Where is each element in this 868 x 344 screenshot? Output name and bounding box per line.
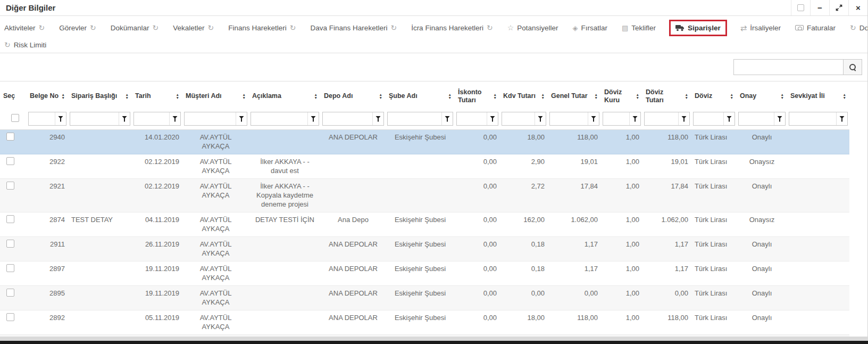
row-checkbox[interactable] xyxy=(6,157,14,165)
column-header-kdv-tutari[interactable]: Kdv Tutarı▲▼ xyxy=(500,81,548,111)
filter-input-depo-adi[interactable] xyxy=(323,112,372,125)
filter-input-genel-tutar[interactable] xyxy=(550,112,588,125)
cell-kdv-tutari: 2,72 xyxy=(500,179,548,212)
column-header-doviz-tutari[interactable]: Döviz Tutarı▲▼ xyxy=(642,81,691,111)
cell-aciklama xyxy=(249,261,321,286)
table-row[interactable]: 289719.11.2019AV.AYTÜL AYKAÇAANA DEPOLAR… xyxy=(0,261,849,286)
tab-gorevler[interactable]: Görevler↻ xyxy=(59,22,96,34)
tab-firsatlar[interactable]: ◈Fırsatlar xyxy=(573,22,608,34)
maximize-button[interactable] xyxy=(829,0,848,15)
search-bar xyxy=(0,53,867,81)
row-checkbox[interactable] xyxy=(6,182,14,190)
filter-menu-button[interactable] xyxy=(836,112,847,125)
tab-irsaliyeler[interactable]: ⇄İrsaliyeler xyxy=(740,22,781,34)
column-header-sevkiyat-ili[interactable]: Sevkiyat İli▲▼ xyxy=(787,81,849,111)
row-checkbox[interactable] xyxy=(6,240,14,248)
filter-menu-button[interactable] xyxy=(678,112,689,125)
tab-aktiviteler[interactable]: Aktiviteler↻ xyxy=(4,22,45,34)
tab-siparisler[interactable]: Siparişler xyxy=(669,20,727,36)
cell-musteri-adi: AV.AYTÜL AYKAÇA xyxy=(182,179,249,212)
filter-input-sevkiyat-ili[interactable] xyxy=(789,112,836,125)
table-row[interactable]: 292102.12.2019AV.AYTÜL AYKAÇAİlker AKKAY… xyxy=(0,179,849,212)
filter-input-doviz-kuru[interactable] xyxy=(603,112,629,125)
tab-potansiyeller[interactable]: ☆Potansiyeller xyxy=(507,22,558,34)
table-row[interactable]: 289519.11.2019AV.AYTÜL AYKAÇAANA DEPOLAR… xyxy=(0,286,849,310)
cell-doviz-kuru: 1,00 xyxy=(601,179,642,212)
funnel-icon xyxy=(58,116,63,122)
search-input[interactable] xyxy=(733,59,843,75)
tab-dava-finans-hareketleri[interactable]: Dava Finans Hareketleri↻ xyxy=(311,22,397,34)
close-button[interactable]: × xyxy=(848,0,867,15)
cell-doviz: Türk Lirası xyxy=(691,179,737,212)
column-header-depo-adi[interactable]: Depo Adı▲▼ xyxy=(321,81,386,111)
column-header-aciklama[interactable]: Açıklama▲▼ xyxy=(249,81,321,111)
filter-menu-button[interactable] xyxy=(629,112,640,125)
tab-finans-hareketleri[interactable]: Finans Hareketleri↻ xyxy=(228,22,296,34)
filter-menu-button[interactable] xyxy=(236,112,247,125)
row-checkbox[interactable] xyxy=(6,289,14,297)
filter-menu-button[interactable] xyxy=(774,112,785,125)
column-header-siparis-basligi[interactable]: Sipariş Başlığı▲▼ xyxy=(68,81,132,111)
column-header-doviz[interactable]: Döviz▲▼ xyxy=(691,81,737,111)
sort-down-arrow: ▼ xyxy=(448,96,452,100)
table-row[interactable]: 294014.01.2020AV.AYTÜL AYKAÇAANA DEPOLAR… xyxy=(0,130,849,154)
column-header-genel-tutar[interactable]: Genel Tutar▲▼ xyxy=(548,81,601,111)
tab-faturalar[interactable]: Faturalar xyxy=(795,22,836,34)
filter-input-musteri-adi[interactable] xyxy=(185,112,236,125)
diamond-icon: ◈ xyxy=(573,24,578,31)
column-header-belge-no[interactable]: Belge No▲▼ xyxy=(27,81,68,111)
filter-input-doviz[interactable] xyxy=(694,112,723,125)
filter-input-doviz-tutari[interactable] xyxy=(645,112,678,125)
table-row[interactable]: 289205.11.2019AV.AYTÜL AYKAÇAANA DEPOLAR… xyxy=(0,310,849,335)
tab-icra-finans-hareketleri[interactable]: İcra Finans Hareketleri↻ xyxy=(411,22,493,34)
tab-risk-limiti[interactable]: ↻Risk Limiti xyxy=(4,39,46,51)
column-header-onay[interactable]: Onay▲▼ xyxy=(737,81,787,111)
filter-menu-button[interactable] xyxy=(535,112,546,125)
filter-menu-button[interactable] xyxy=(372,112,383,125)
tab-teklifler[interactable]: ▤Teklifler xyxy=(622,22,656,34)
filter-input-aciklama[interactable] xyxy=(251,112,307,125)
filter-menu-button[interactable] xyxy=(119,112,130,125)
filter-input-onay[interactable] xyxy=(739,112,774,125)
filter-menu-button[interactable] xyxy=(307,112,319,125)
tab-dosyalar[interactable]: ↻Dosyalar xyxy=(850,22,868,34)
row-checkbox[interactable] xyxy=(6,264,14,272)
cell-iskonto-tutari: 0,00 xyxy=(455,179,500,212)
table-row[interactable]: 291126.11.2019AV.AYTÜL AYKAÇAANA DEPOLAR… xyxy=(0,237,849,261)
table-row[interactable]: 2874TEST DETAY04.11.2019AV.AYTÜL AYKAÇAD… xyxy=(0,212,849,237)
column-header-musteri-adi[interactable]: Müşteri Adı▲▼ xyxy=(182,81,249,111)
search-button[interactable] xyxy=(843,59,862,75)
filter-input-kdv-tutari[interactable] xyxy=(502,112,535,125)
filter-input-belge-no[interactable] xyxy=(29,112,55,125)
filter-menu-button[interactable] xyxy=(441,112,453,125)
column-header-iskonto-tutari[interactable]: İskonto Tutarı▲▼ xyxy=(455,81,500,111)
filter-menu-button[interactable] xyxy=(169,112,180,125)
filter-input-tarih[interactable] xyxy=(134,112,169,125)
restore-button[interactable] xyxy=(791,0,810,15)
column-label: Şube Adı xyxy=(389,92,418,100)
cell-kdv-tutari: 0,18 xyxy=(500,237,548,261)
column-header-doviz-kuru[interactable]: Döviz Kuru▲▼ xyxy=(601,81,642,111)
filter-menu-button[interactable] xyxy=(487,112,498,125)
column-header-tarih[interactable]: Tarih▲▼ xyxy=(132,81,182,111)
filter-input-siparis-basligi[interactable] xyxy=(70,112,119,125)
header-cell-content: Seç xyxy=(3,92,23,100)
column-header-sube-adi[interactable]: Şube Adı▲▼ xyxy=(386,81,455,111)
cell-aciklama: İlker AKKAYA - - davut est xyxy=(249,154,321,179)
row-checkbox[interactable] xyxy=(6,133,14,141)
filter-input-sube-adi[interactable] xyxy=(388,112,441,125)
filter-menu-button[interactable] xyxy=(588,112,599,125)
row-checkbox[interactable] xyxy=(6,215,14,223)
tab-vekaletler[interactable]: Vekaletler↻ xyxy=(173,22,214,34)
filter-input-iskonto-tutari[interactable] xyxy=(457,112,487,125)
row-checkbox[interactable] xyxy=(6,313,14,321)
select-all-checkbox[interactable] xyxy=(11,114,19,122)
cell-tarih: 14.01.2020 xyxy=(132,130,182,154)
header-cell-content: Açıklama▲▼ xyxy=(252,92,318,100)
filter-menu-button[interactable] xyxy=(723,112,735,125)
filter-menu-button[interactable] xyxy=(55,112,66,125)
minimize-button[interactable]: − xyxy=(810,0,829,15)
tab-dokumanlar[interactable]: Dokümanlar↻ xyxy=(111,22,159,34)
table-row[interactable]: 292202.12.2019AV.AYTÜL AYKAÇAİlker AKKAY… xyxy=(0,154,849,179)
filter-cell-tarih xyxy=(132,111,182,130)
